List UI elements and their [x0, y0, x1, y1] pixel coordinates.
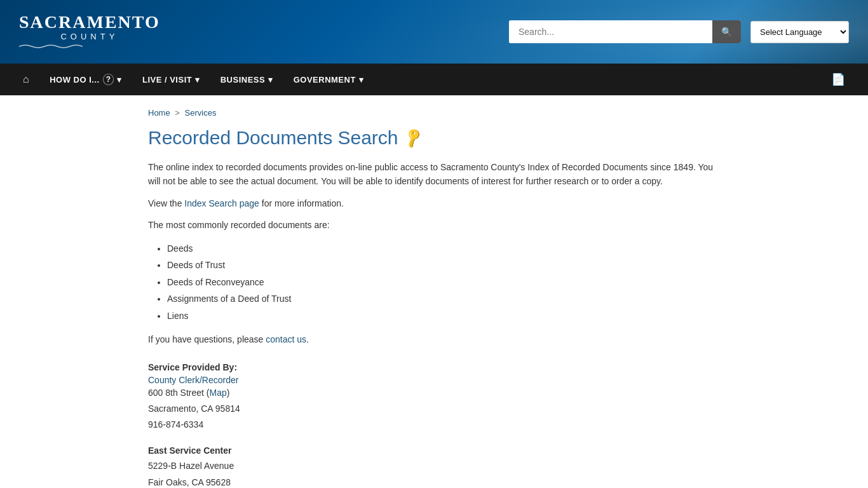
key-icon: 🔑	[402, 126, 424, 149]
search-box: 🔍	[509, 20, 741, 43]
nav-live-visit-label: LIVE / VISIT	[142, 75, 192, 85]
view-prefix: View the	[148, 198, 184, 208]
list-item: Liens	[167, 308, 720, 325]
index-search-link[interactable]: Index Search page	[184, 198, 259, 208]
nav-business[interactable]: BUSINESS ▾	[210, 66, 283, 93]
language-select[interactable]: Select Language	[750, 21, 849, 43]
address-line2: Sacramento, CA 95814	[148, 403, 240, 414]
intro-paragraph: The online index to recorded documents p…	[148, 160, 720, 189]
east-address-line2: Fair Oaks, CA 95628	[148, 477, 231, 487]
nav-government[interactable]: GOVERNMENT ▾	[283, 66, 374, 93]
east-address-line1: 5229-B Hazel Avenue	[148, 461, 234, 471]
chevron-down-icon: ▾	[268, 75, 273, 85]
nav-document-icon[interactable]: 📄	[821, 64, 856, 95]
nav-home[interactable]: ⌂	[13, 65, 39, 94]
logo-county-text: COUNTY	[19, 32, 160, 41]
search-button[interactable]: 🔍	[712, 20, 741, 43]
nav-how-do-i[interactable]: HOW DO I... ? ▾	[39, 65, 132, 94]
breadcrumb-home[interactable]: Home	[148, 108, 170, 118]
contact-paragraph: If you have questions, please contact us…	[148, 332, 720, 346]
east-service-title: East Service Center	[148, 445, 720, 456]
contact-us-link[interactable]: contact us	[266, 334, 306, 344]
chevron-down-icon: ▾	[359, 75, 364, 85]
contact-suffix: .	[306, 334, 309, 344]
logo[interactable]: SACRAMENTO COUNTY	[19, 13, 160, 51]
home-icon: ⌂	[23, 74, 29, 85]
help-icon: ?	[103, 74, 114, 85]
list-item: Deeds of Trust	[167, 257, 720, 274]
nav-business-label: BUSINESS	[220, 75, 265, 85]
document-list: Deeds Deeds of Trust Deeds of Reconveyan…	[167, 240, 720, 325]
search-lang-area: 🔍 Select Language	[509, 20, 849, 43]
list-item: Assignments of a Deed of Trust	[167, 290, 720, 308]
intro-text: The online index to recorded documents p…	[148, 162, 713, 186]
site-header: SACRAMENTO COUNTY 🔍 Select Language	[0, 0, 868, 64]
service-address: 600 8th Street (Map) Sacramento, CA 9581…	[148, 385, 720, 433]
nav-government-label: GOVERNMENT	[294, 75, 356, 85]
breadcrumb-services[interactable]: Services	[185, 108, 217, 118]
main-content: Home > Services Recorded Documents Searc…	[129, 95, 739, 488]
page-title-text: Recorded Documents Search	[148, 127, 398, 149]
contact-prefix: If you have questions, please	[148, 334, 266, 344]
nav-live-visit[interactable]: LIVE / VISIT ▾	[132, 66, 210, 93]
list-item: Deeds of Reconveyance	[167, 274, 720, 291]
breadcrumb-separator: >	[175, 108, 180, 118]
index-search-paragraph: View the Index Search page for more info…	[148, 196, 720, 210]
page-title: Recorded Documents Search 🔑	[148, 127, 720, 149]
logo-sacramento-text: SACRAMENTO	[19, 13, 160, 32]
east-service-section: East Service Center 5229-B Hazel Avenue …	[148, 445, 720, 488]
logo-wave-icon	[19, 44, 83, 49]
nav-how-do-i-label: HOW DO I...	[50, 75, 99, 85]
address-line1-end: )	[227, 388, 230, 398]
view-suffix: for more information.	[259, 198, 344, 208]
list-item: Deeds	[167, 240, 720, 257]
chevron-down-icon: ▾	[117, 75, 122, 85]
county-clerk-link[interactable]: County Clerk/Recorder	[148, 375, 238, 385]
logo-area: SACRAMENTO COUNTY	[19, 13, 160, 51]
search-input[interactable]	[509, 20, 712, 43]
phone: 916-874-6334	[148, 419, 203, 430]
address-line1-prefix: 600 8th Street (	[148, 388, 210, 398]
main-nav: ⌂ HOW DO I... ? ▾ LIVE / VISIT ▾ BUSINES…	[0, 64, 868, 95]
east-service-address: 5229-B Hazel Avenue Fair Oaks, CA 95628 …	[148, 458, 720, 488]
service-provided-section: Service Provided By: County Clerk/Record…	[148, 362, 720, 433]
service-label: Service Provided By:	[148, 362, 720, 372]
list-intro-text: The most commonly recorded documents are…	[148, 218, 720, 232]
breadcrumb: Home > Services	[148, 108, 720, 118]
search-icon: 🔍	[721, 27, 732, 37]
chevron-down-icon: ▾	[195, 75, 200, 85]
service-link-container: County Clerk/Recorder	[148, 375, 720, 385]
document-icon: 📄	[831, 72, 846, 86]
map-link[interactable]: Map	[210, 388, 227, 398]
